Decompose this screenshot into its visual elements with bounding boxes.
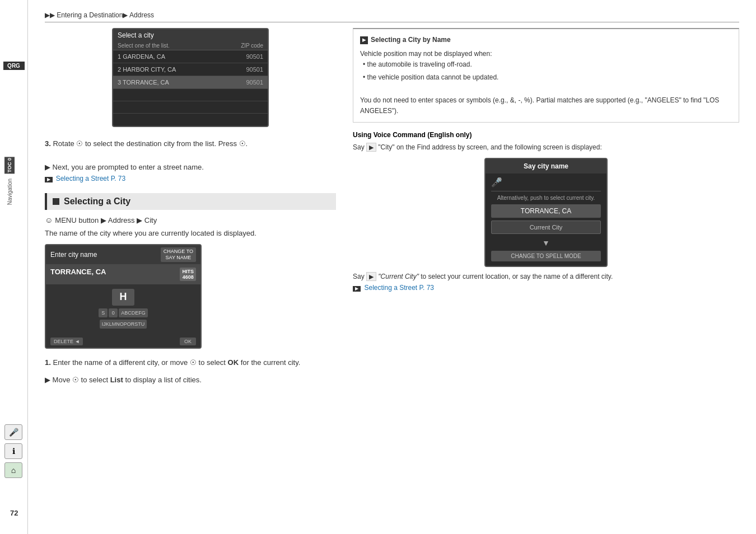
ecn-city-name: TORRANCE, CA [50,268,106,281]
qrg-badge: QRG [3,62,25,70]
city-row-3-zip: 90501 [246,79,263,86]
city-row-1-zip: 90501 [246,53,263,60]
ecn-change-btn[interactable]: CHANGE TO SAY NAME [161,247,196,262]
scn-mic-icon: 🎤 [486,174,606,191]
voice-cmd-title: Using Voice Command (English only) [353,131,739,139]
note-item-1: the automobile is traveling off-road. [363,59,732,70]
city-section-desc: The name of the city where you are curre… [45,229,336,237]
scn-change-spell-btn[interactable]: CHANGE TO SPELL MODE [491,251,601,261]
selecting-street-link-right[interactable]: Selecting a Street P. 73 [364,284,434,292]
info-icon-btn[interactable]: ℹ [4,443,22,459]
ecn-hits-label: HITS [182,269,194,274]
menu-path-text: MENU button ▶ Address ▶ City [55,216,157,224]
step3-number: 3. [45,139,51,148]
note-icon: ▶ [360,36,368,44]
two-col-layout: Select a city Select one of the list. ZI… [45,28,739,391]
city-row-3-name: 3 TORRANCE, CA [118,79,169,86]
city-select-screen: Select a city Select one of the list. ZI… [112,28,269,127]
sidebar-icons: 🎤 ℹ ⌂ [4,424,22,478]
city-screen-header: Select a city [113,29,268,41]
city-row-empty-3 [113,114,268,126]
ecn-hits: HITS 4608 [180,268,196,281]
ecn-key-0[interactable]: 0 [109,308,118,317]
ecn-row2-keys: IJKLMNOPORSTU [100,320,147,329]
closing-text2: to select your current location, or say … [421,273,613,280]
step1-number: 1. [45,358,51,367]
toc-label[interactable]: TOC 0 [4,157,15,174]
scn-current-city-btn[interactable]: Current City [491,221,601,234]
scn-header: Say city name [486,159,606,174]
ecn-keyboard-area: H S 0 ABCDEFG IJKLMNOPORSTU [46,284,200,335]
ecn-bottom-row: DELETE ◄ OK [46,335,200,348]
ecn-key-s[interactable]: S [99,308,108,317]
closing-link: ▶ Selecting a Street P. 73 [353,282,739,292]
selecting-city-title: Selecting a City [64,196,130,207]
scn-alt-text: Alternatively, push to select current ci… [486,191,606,204]
ecn-change-to: CHANGE TO [164,249,193,255]
note-item-2: the vehicle position data cannot be upda… [363,72,732,83]
menu-path: ☺ MENU button ▶ Address ▶ City [45,216,336,224]
main-content: ▶▶ Entering a Destination▶ Address Selec… [28,0,756,534]
ecn-say-name: SAY NAME [164,255,193,261]
closing-current-city: "Current City" [378,273,419,280]
menu-symbol: ☺ [45,216,53,224]
step1-bullet: ▶ Move ☉ to select List to display a lis… [45,374,336,386]
step3-content: 3. Rotate ☉ to select the destination ci… [45,138,336,185]
voice-cmd-city: "City" [378,143,394,151]
scn-torrance-btn[interactable]: TORRANCE, CA [491,204,601,218]
voice-icon-btn[interactable]: 🎤 [4,424,22,440]
city-row-3[interactable]: 3 TORRANCE, CA 90501 [113,76,268,89]
voice-cmd-section: Using Voice Command (English only) Say ▶… [353,131,739,292]
left-column: Select a city Select one of the list. ZI… [45,28,336,391]
ecn-city-row: TORRANCE, CA HITS 4608 [46,264,200,284]
ecn-delete-btn[interactable]: DELETE ◄ [50,338,83,345]
step1: 1. Enter the name of a different city, o… [45,357,336,369]
selecting-street-label: Selecting a Street [364,284,417,292]
step3-next: ▶ Next, you are prompted to enter a stre… [45,162,336,174]
step1-bullet-text: ▶ Move ☉ to select List to display a lis… [45,374,336,386]
breadcrumb-text: ▶▶ Entering a Destination▶ Address [45,11,154,19]
selecting-street-link[interactable]: Selecting a Street P. 73 [56,175,126,182]
note-text2: You do not need to enter spaces or symbo… [360,95,732,116]
scn-arrow-icon: ▼ [486,237,606,249]
city-row-2[interactable]: 2 HARBOR CITY, CA 90501 [113,63,268,76]
closing-desc: Say ▶ "Current City" to select your curr… [353,271,739,282]
city-screen-subheader: Select one of the list. ZIP code [113,41,268,50]
note-title: ▶ Selecting a City by Name [360,35,732,45]
city-row-1[interactable]: 1 GARDENA, CA 90501 [113,50,268,63]
ecn-row2: IJKLMNOPORSTU [50,320,196,329]
breadcrumb: ▶▶ Entering a Destination▶ Address [45,11,739,22]
ecn-header: Enter city name CHANGE TO SAY NAME [46,245,200,264]
step3-link: ▶ Selecting a Street P. 73 [45,173,336,185]
page-number: 72 [10,509,18,517]
note-box: ▶ Selecting a City by Name Vehicle posit… [353,28,739,123]
city-row-1-name: 1 GARDENA, CA [118,53,165,60]
note-bullet-list: the automobile is traveling off-road. th… [360,59,732,82]
nav-label: Navigation [7,179,13,205]
city-row-2-name: 2 HARBOR CITY, CA [118,66,176,73]
selecting-city-heading: Selecting a City [45,193,336,210]
ecn-title: Enter city name [50,251,97,259]
sidebar: QRG TOC 0 Navigation 🎤 ℹ ⌂ 72 [0,0,28,534]
enter-city-screen: Enter city name CHANGE TO SAY NAME TORRA… [45,244,202,349]
steps-content: 1. Enter the name of a different city, o… [45,357,336,386]
selecting-street-page: P. 73 [419,284,434,292]
city-row-2-zip: 90501 [246,66,263,73]
toc-section: TOC 0 Navigation [4,157,15,205]
ecn-row1-keys: ABCDEFG [119,308,148,317]
ecn-ok-btn[interactable]: OK [180,338,196,345]
home-icon-btn[interactable]: ⌂ [4,462,22,478]
ecn-h-key[interactable]: H [112,289,134,306]
closing-link-icon: ▶ [353,286,361,292]
city-screen-title: Select a city [118,31,154,39]
link-icon: ▶ [45,177,53,182]
city-row-empty-2 [113,101,268,114]
note-title-text: Selecting a City by Name [371,35,451,45]
right-column: ▶ Selecting a City by Name Vehicle posit… [353,28,739,391]
step1-text: 1. Enter the name of a different city, o… [45,357,336,369]
heading-decoration [53,198,59,205]
voice-cmd-text2: on the Find address by screen, and the f… [396,143,602,151]
city-screen-subheader-right: ZIP code [241,43,263,49]
city-row-empty-1 [113,89,268,101]
voice-cmd-desc: Say ▶ "City" on the Find address by scre… [353,142,739,153]
